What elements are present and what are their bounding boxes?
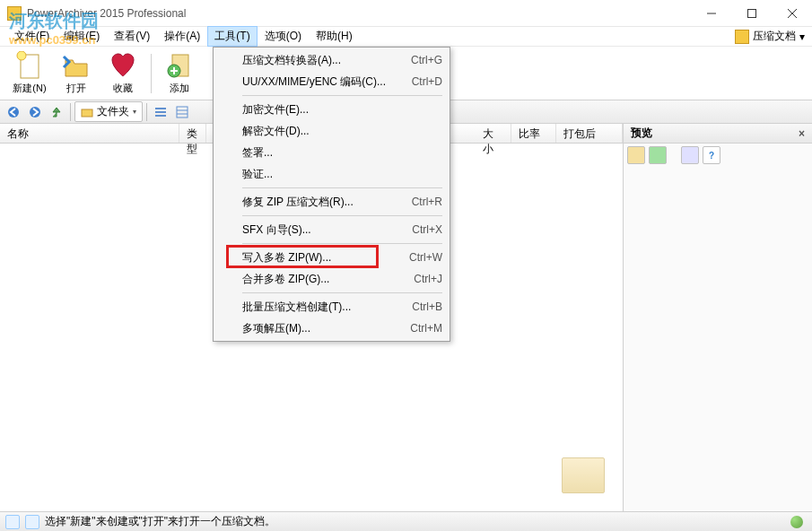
menu-separator <box>242 95 442 96</box>
folders-dropdown[interactable]: 文件夹 ▾ <box>74 101 143 122</box>
menubar-right[interactable]: 压缩文档 ▾ <box>735 29 805 44</box>
preview-btn-3[interactable] <box>681 146 699 164</box>
archive-icon <box>735 30 749 44</box>
open-button[interactable]: 打开 <box>54 50 99 97</box>
chevron-down-icon: ▾ <box>799 30 805 43</box>
chevron-down-icon: ▾ <box>133 108 136 116</box>
svg-marker-5 <box>19 53 24 58</box>
svg-line-3 <box>788 9 797 18</box>
menu-help[interactable]: 帮助(H) <box>309 26 360 47</box>
nav-separator <box>146 103 147 121</box>
nav-up-button[interactable] <box>47 102 66 122</box>
add-button[interactable]: 添加 <box>157 50 202 97</box>
preview-help-button[interactable]: ? <box>703 146 720 164</box>
column-ratio[interactable]: 比率 <box>511 124 556 143</box>
preview-header: 预览 × <box>624 124 812 144</box>
folders-label: 文件夹 <box>97 104 129 119</box>
svg-point-6 <box>17 51 26 60</box>
new-icon <box>15 51 44 80</box>
new-button[interactable]: 新建(N) <box>7 50 52 97</box>
svg-rect-7 <box>172 55 188 76</box>
titlebar: PowerArchiver 2015 Professional <box>0 0 812 27</box>
minimize-button[interactable] <box>691 1 731 26</box>
preview-title: 预览 <box>631 126 799 141</box>
menu-edit[interactable]: 编辑(E) <box>57 26 107 47</box>
menu-separator <box>242 215 442 216</box>
window-title: PowerArchiver 2015 Professional <box>27 7 691 20</box>
menu-item-encode[interactable]: UU/XX/MIME/yENC 编码(C)...Ctrl+D <box>215 71 448 92</box>
svg-rect-16 <box>155 115 166 117</box>
column-size[interactable]: 大小 <box>476 124 511 143</box>
app-icon <box>7 6 22 21</box>
menu-item-decrypt[interactable]: 解密文件(D)... <box>215 120 448 142</box>
view-list-button[interactable] <box>151 102 170 122</box>
folder-placeholder-icon <box>562 457 605 493</box>
toolbar-separator <box>151 54 152 93</box>
menu-item-repair-zip[interactable]: 修复 ZIP 压缩文档(R)...Ctrl+R <box>215 191 448 213</box>
menu-item-merge-multivolume[interactable]: 合并多卷 ZIP(G)...Ctrl+J <box>215 268 448 290</box>
menu-item-write-multivolume[interactable]: 写入多卷 ZIP(W)...Ctrl+W <box>215 247 448 268</box>
favorites-button[interactable]: 收藏 <box>100 50 145 97</box>
preview-close-button[interactable]: × <box>799 127 805 140</box>
svg-rect-13 <box>82 109 92 117</box>
view-details-button[interactable] <box>172 102 192 122</box>
svg-rect-1 <box>747 9 755 17</box>
folder-icon <box>81 106 93 118</box>
menu-separator <box>242 243 442 244</box>
svg-rect-4 <box>21 55 39 78</box>
new-label: 新建(N) <box>13 82 46 95</box>
svg-point-11 <box>8 107 19 118</box>
column-packed[interactable]: 打包后 <box>556 124 623 143</box>
menu-tools[interactable]: 工具(T) <box>207 26 257 47</box>
menu-item-sfx-wizard[interactable]: SFX 向导(S)...Ctrl+X <box>215 219 448 240</box>
menubar: 文件(F) 编辑(E) 查看(V) 操作(A) 工具(T) 选项(O) 帮助(H… <box>0 27 812 47</box>
status-text: 选择"新建"来创建或"打开"来打开一个压缩文档。 <box>45 514 275 529</box>
menu-item-verify[interactable]: 验证... <box>215 163 448 185</box>
menu-item-sign[interactable]: 签署... <box>215 142 448 163</box>
add-icon <box>165 51 194 80</box>
svg-rect-15 <box>155 111 166 113</box>
column-type[interactable]: 类型 <box>179 124 206 143</box>
maximize-button[interactable] <box>731 1 772 26</box>
preview-btn-1[interactable] <box>627 146 645 164</box>
menu-actions[interactable]: 操作(A) <box>157 26 207 47</box>
menu-options[interactable]: 选项(O) <box>258 26 309 47</box>
archive-label: 压缩文档 <box>753 29 796 44</box>
favorites-label: 收藏 <box>113 82 133 95</box>
menu-item-batch-create[interactable]: 批量压缩文档创建(T)...Ctrl+B <box>215 296 448 318</box>
tools-dropdown-menu: 压缩文档转换器(A)...Ctrl+G UU/XX/MIME/yENC 编码(C… <box>213 47 450 342</box>
svg-rect-17 <box>177 107 188 118</box>
menu-separator <box>242 187 442 188</box>
nav-forward-button[interactable] <box>25 102 45 122</box>
preview-toolbar: ? <box>624 144 812 167</box>
preview-pane: 预览 × ? <box>624 124 812 511</box>
status-led-icon <box>790 516 803 528</box>
add-label: 添加 <box>170 82 189 95</box>
menu-item-converter[interactable]: 压缩文档转换器(A)...Ctrl+G <box>215 49 448 71</box>
svg-line-2 <box>788 9 797 18</box>
heart-icon <box>109 51 137 80</box>
open-icon <box>62 51 91 80</box>
menu-view[interactable]: 查看(V) <box>107 26 157 47</box>
status-icon-1[interactable] <box>5 515 20 529</box>
svg-point-8 <box>168 65 180 77</box>
open-label: 打开 <box>66 82 86 95</box>
menu-file[interactable]: 文件(F) <box>7 26 57 47</box>
menu-separator <box>242 292 442 293</box>
status-icon-2[interactable] <box>25 515 39 529</box>
statusbar: 选择"新建"来创建或"打开"来打开一个压缩文档。 <box>0 511 812 531</box>
close-button[interactable] <box>772 1 812 26</box>
column-name[interactable]: 名称 <box>0 124 179 143</box>
menu-item-multi-extract[interactable]: 多项解压(M)...Ctrl+M <box>215 318 448 339</box>
nav-separator <box>70 103 71 121</box>
nav-back-button[interactable] <box>4 102 23 122</box>
svg-rect-14 <box>155 108 166 109</box>
menu-item-encrypt[interactable]: 加密文件(E)... <box>215 99 448 120</box>
svg-point-12 <box>30 107 40 118</box>
preview-btn-2[interactable] <box>649 146 667 164</box>
